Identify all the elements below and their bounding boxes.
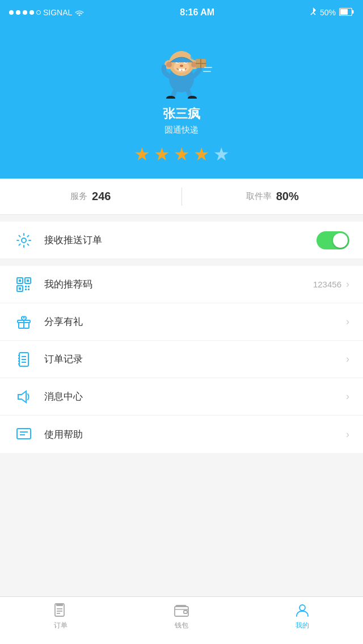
signal-label: SIGNAL (43, 8, 72, 17)
stat-pickup-label: 取件率 (246, 191, 272, 202)
svg-point-6 (166, 62, 172, 67)
chat-icon (16, 426, 32, 442)
chevron-right-icon-referral: › (346, 278, 349, 290)
star-3: ★ (174, 143, 190, 165)
svg-marker-48 (18, 391, 26, 402)
notebook-icon (16, 351, 32, 367)
svg-point-59 (299, 605, 305, 611)
stat-service: 服务 246 (0, 190, 182, 203)
status-right: 50% (310, 7, 354, 18)
tab-orders[interactable]: 订单 (0, 603, 121, 630)
svg-rect-37 (28, 289, 29, 290)
profile-name: 张三疯 (163, 105, 200, 122)
chevron-right-icon-share: › (346, 316, 349, 328)
dot-4 (29, 10, 34, 15)
tab-mine[interactable]: 我的 (242, 603, 363, 630)
menu-item-messages[interactable]: 消息中心 › (0, 378, 363, 416)
dot-2 (16, 10, 20, 15)
profile-section: 张三疯 圆通快递 ★ ★ ★ ★ ★ (0, 25, 363, 179)
toggle-receive-orders-row[interactable]: 接收推送订单 (0, 222, 363, 259)
svg-point-19 (191, 54, 194, 60)
svg-rect-35 (28, 286, 29, 287)
stat-service-label: 服务 (70, 191, 87, 202)
receive-orders-toggle[interactable] (316, 231, 349, 249)
svg-rect-57 (175, 607, 188, 616)
star-2: ★ (154, 143, 170, 165)
svg-rect-1 (340, 9, 348, 15)
svg-rect-17 (182, 69, 185, 71)
section-gap-1 (0, 215, 363, 222)
menu-value-referral: 123456 (313, 279, 341, 289)
svg-rect-49 (17, 429, 31, 439)
menu-label-referral: 我的推荐码 (44, 278, 313, 291)
tab-mine-label: 我的 (296, 621, 309, 630)
orders-icon (53, 603, 69, 618)
profile-company: 圆通快递 (164, 125, 199, 135)
menu-section: 我的推荐码 123456 › 分享有礼 › (0, 266, 363, 453)
status-bar: SIGNAL 8:16 AM 50% (0, 0, 363, 25)
svg-rect-2 (352, 10, 354, 14)
help-icon-container (14, 424, 34, 444)
svg-rect-31 (19, 279, 21, 282)
settings-icon-container (14, 230, 34, 251)
svg-point-27 (22, 238, 26, 243)
gift-icon (16, 314, 32, 330)
star-rating: ★ ★ ★ ★ ★ (134, 143, 230, 165)
star-5: ★ (213, 143, 230, 165)
dot-3 (23, 10, 27, 15)
signal-dots (9, 10, 41, 15)
tab-wallet[interactable]: 钱包 (121, 603, 242, 630)
svg-rect-36 (25, 289, 27, 290)
bluetooth-icon (310, 7, 316, 18)
menu-item-help[interactable]: 使用帮助 › (0, 416, 363, 453)
status-left: SIGNAL (9, 8, 85, 18)
svg-rect-34 (25, 286, 27, 287)
gift-icon-container (14, 312, 34, 332)
menu-item-orders[interactable]: 订单记录 › (0, 341, 363, 378)
order-record-icon-container (14, 349, 34, 370)
battery-percent: 50% (320, 8, 336, 17)
wallet-icon (174, 603, 189, 618)
menu-label-messages: 消息中心 (44, 390, 346, 403)
time-display: 8:16 AM (180, 7, 214, 18)
gear-icon (16, 232, 32, 248)
menu-label-orders: 订单记录 (44, 353, 346, 366)
stat-pickup: 取件率 80% (182, 190, 364, 203)
user-icon (294, 603, 310, 618)
wallet-tab-icon (172, 603, 191, 618)
dot-1 (9, 10, 14, 15)
svg-rect-16 (179, 69, 182, 71)
star-1: ★ (134, 143, 150, 165)
tab-wallet-label: 钱包 (175, 621, 188, 630)
qr-icon-container (14, 274, 34, 295)
mascot-image (150, 36, 213, 99)
menu-label-help: 使用帮助 (44, 428, 346, 441)
dot-5 (36, 10, 41, 15)
chevron-right-icon-help: › (346, 429, 349, 440)
battery-icon (339, 8, 354, 18)
menu-item-share[interactable]: 分享有礼 › (0, 303, 363, 341)
stat-pickup-value: 80% (276, 190, 299, 203)
stats-bar: 服务 246 取件率 80% (0, 179, 363, 215)
section-gap-2 (0, 259, 363, 266)
tab-bar: 订单 钱包 我的 (0, 596, 363, 644)
orders-tab-icon (52, 603, 70, 618)
toggle-receive-orders-label: 接收推送订单 (44, 234, 316, 247)
avatar (150, 36, 213, 99)
wifi-icon (74, 8, 85, 18)
menu-item-referral[interactable]: 我的推荐码 123456 › (0, 266, 363, 303)
mine-tab-icon (293, 603, 311, 618)
speaker-icon-container (14, 387, 34, 407)
qr-code-icon (16, 277, 32, 293)
chevron-right-icon-messages: › (346, 391, 349, 402)
tab-orders-label: 订单 (54, 621, 67, 630)
svg-point-18 (180, 65, 183, 67)
svg-rect-58 (184, 611, 187, 613)
svg-rect-32 (27, 279, 29, 282)
star-4: ★ (193, 143, 210, 165)
svg-rect-33 (19, 287, 21, 290)
menu-label-share: 分享有礼 (44, 315, 346, 328)
chevron-right-icon-orders: › (346, 353, 349, 365)
stat-service-value: 246 (92, 190, 111, 203)
svg-rect-53 (56, 604, 63, 606)
